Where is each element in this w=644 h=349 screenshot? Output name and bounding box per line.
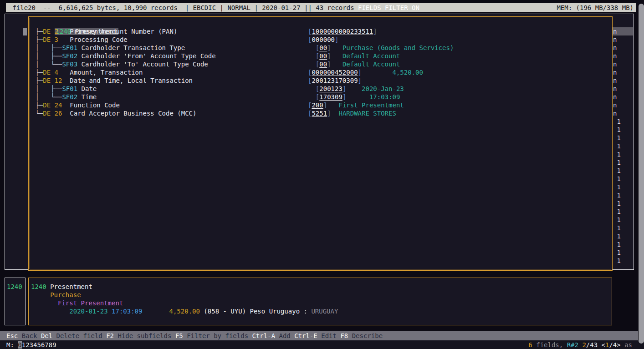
seg-plain [308,52,316,60]
seg-blue: 17:03:09 [112,308,142,315]
seg-key[interactable]: F8 [340,332,348,340]
seg-de: DE 3 [43,36,58,43]
seg-name: Time [77,93,97,101]
mask-input[interactable]: M: 0123456789 [6,341,56,349]
seg-name: Primary Account Number (PAN) [58,28,177,35]
seg-br: ] [335,36,338,43]
seg-white: /4> [609,341,624,349]
tree-row-de12-sf02[interactable]: │ └──SF02 Time [170309] 17:03:09 [30,93,611,101]
seg-desc: 4,520.00 [392,69,423,76]
tree-row-de24[interactable]: ├─DE 24 Function Code[200] First Present… [30,101,611,109]
field-value: [200123] 2020-Jan-23 [308,85,404,93]
record-type-indicator[interactable]: n [613,35,617,44]
record-type-indicator[interactable]: 1 [613,232,621,240]
tree-row-de12[interactable]: ├─DE 12 Date and Time, Local Transaction… [30,76,611,85]
seg-desc: 17:03:09 [369,93,400,101]
record-type-indicator[interactable]: n [613,52,617,60]
vertical-scrollbar[interactable] [639,4,644,344]
seg-br: ] [327,61,331,68]
seg-desc: HARDWARE STORES [338,110,396,117]
record-type-indicator[interactable]: 1 [613,207,621,216]
seg-desc: Purchase (Goods and Services) [342,44,454,51]
seg-plain [346,93,369,101]
seg-tree: │ └── [31,93,62,101]
record-type-indicator[interactable]: n [613,68,617,76]
record-type-indicator[interactable]: n [613,76,617,85]
seg-white: /43 < [586,341,605,349]
tree-row-de2[interactable]: ├─DE 2 Primary Account Number (PAN)[1000… [30,27,611,35]
function-key-bar: Esc Back Del Delete field F2 Hide subfie… [0,331,638,340]
tree-row-de4[interactable]: ├─DE 4 Amount, Transaction[000000452000]… [30,68,611,76]
tree-row-de12-sf01[interactable]: │ ├──SF01 Date [200123] 2020-Jan-23 [30,85,611,93]
field-value: [170309] 17:03:09 [308,93,400,101]
fields-filter-badge: FIELDS FILTER ON [358,4,419,12]
seg-act: Delete field [52,332,106,340]
seg-plain [331,110,339,117]
seg-de: DE 12 [43,77,62,84]
record-type-indicator[interactable]: 1 [613,248,621,257]
seg-plain [346,85,362,92]
seg-plain [142,308,169,315]
record-type-indicator[interactable]: n [613,85,617,93]
record-type-indicator[interactable]: 1 [613,216,621,224]
tree-row-de3-sf03[interactable]: │ └──SF03 Cardholder 'To' Account Type C… [30,60,611,68]
seg-val: 00 [319,61,327,68]
record-type-indicator[interactable]: n [613,101,617,109]
seg-name: Date and Time, Local Transaction [62,77,193,84]
seg-act: Hide subfields [114,332,175,340]
tree-row-de3-sf01[interactable]: │ ├──SF01 Cardholder Transaction Type [0… [30,44,611,52]
seg-val: 00 [319,52,327,60]
record-type-indicator[interactable]: 1 [613,240,621,248]
seg-key[interactable]: Ctrl-E [294,332,317,340]
record-type-indicator[interactable]: 1 [613,167,621,175]
record-type-indicator[interactable]: 1 [613,183,621,191]
record-type-indicator[interactable]: 1 [613,175,621,183]
tree-row-de26[interactable]: └─DE 26 Card Acceptor Business Code (MCC… [30,109,611,117]
record-type-indicator[interactable]: 1 [613,257,621,265]
field-value: [000000] [308,35,338,44]
seg-plain [31,299,58,307]
seg-orange: Purchase [50,291,81,298]
field-value: [200] First Presentment [308,101,404,109]
seg-tree: │ ├── [31,44,62,51]
field-label: │ └──SF02 Time [31,93,97,101]
seg-white: (858 - UYU) Peso Uruguayo : [204,308,311,315]
record-type-indicator[interactable]: 1 [613,126,621,134]
seg-plain [362,69,392,76]
seg-br: ] [327,52,331,60]
seg-key[interactable]: Esc [6,332,18,340]
seg-key[interactable]: F2 [106,332,114,340]
selected-record-marker [23,28,27,35]
record-type-indicator[interactable]: 1 [613,199,621,207]
field-value: [00] Default Account [308,52,400,60]
record-type-indicator[interactable]: n [613,60,617,68]
seg-sf: SF01 [62,44,77,51]
seg-de: DE 26 [43,110,62,117]
record-type-indicator[interactable]: n [613,44,617,52]
record-type-indicator[interactable]: n [613,109,617,117]
record-type-indicator[interactable]: 1 [613,224,621,232]
seg-plain [327,101,338,109]
field-label: └─DE 26 Card Acceptor Business Code (MCC… [31,109,196,117]
mti-box: 1240 [5,278,26,325]
seg-yellow: 2 [582,341,586,349]
tree-row-de3-sf02[interactable]: │ ├──SF02 Cardholder 'From' Account Type… [30,52,611,60]
seg-gray: URUGUAY [311,308,338,315]
record-type-indicator[interactable]: 1 [613,150,621,158]
seg-val: 1000000000233511 [312,28,373,35]
record-type-indicator[interactable]: 1 [613,134,621,142]
record-type-indicator[interactable]: 1 [613,117,621,126]
record-type-indicator[interactable]: n [612,27,633,35]
mti-value: 1240 [7,283,22,291]
tree-row-de3[interactable]: ├─DE 3 Processing Code[000000] [30,35,611,44]
record-type-indicator[interactable]: n [613,93,617,101]
record-type-indicator[interactable]: 1 [613,158,621,167]
seg-key[interactable]: Del [41,332,52,340]
seg-act: Describe [348,332,383,340]
record-type-indicator[interactable]: 1 [613,142,621,150]
seg-key[interactable]: Ctrl-A [252,332,275,340]
record-type-indicator[interactable]: 1 [613,191,621,199]
seg-plain [331,44,342,51]
seg-key[interactable]: F5 [175,332,183,340]
message-summary-panel: 1240 Presentment Purchase First Presentm… [28,278,612,325]
